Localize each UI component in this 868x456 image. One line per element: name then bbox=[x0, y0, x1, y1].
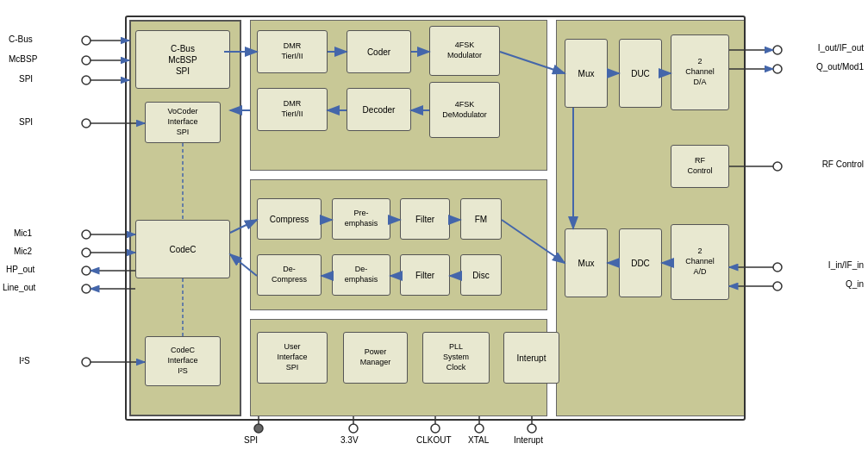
svg-point-36 bbox=[349, 424, 358, 433]
label-spi-top: SPI bbox=[19, 74, 33, 84]
svg-point-22 bbox=[82, 358, 91, 366]
svg-point-10 bbox=[82, 76, 91, 84]
block-ddc: DDC bbox=[619, 228, 662, 297]
block-disc: Disc bbox=[460, 254, 502, 296]
block-codec: CodeC bbox=[135, 220, 230, 278]
block-user-interface: UserInterfaceSPI bbox=[257, 332, 328, 384]
label-mic2: Mic2 bbox=[14, 247, 32, 256]
svg-point-6 bbox=[82, 36, 91, 45]
block-compress: Compress bbox=[257, 198, 322, 240]
block-pre-emphasis: Pre-emphasis bbox=[332, 198, 390, 240]
block-fm: FM bbox=[460, 198, 502, 240]
svg-point-40 bbox=[475, 424, 484, 433]
block-vocoder: VoCoderInterfaceSPI bbox=[145, 102, 221, 143]
block-coder: Coder bbox=[347, 30, 411, 73]
svg-point-32 bbox=[773, 282, 782, 290]
block-2ch-ad: 2ChannelA/D bbox=[671, 224, 729, 300]
svg-point-28 bbox=[773, 162, 782, 171]
block-cbus: C-Bus McBSP SPI bbox=[135, 30, 230, 89]
block-interrupt-block: Interupt bbox=[503, 332, 559, 384]
diagram-container: C-Bus McBSP SPI VoCoderInterfaceSPI Code… bbox=[0, 0, 868, 456]
svg-point-18 bbox=[82, 266, 91, 275]
svg-point-34 bbox=[254, 424, 263, 433]
block-de-emphasis: De-emphasis bbox=[332, 254, 390, 296]
block-4fsk-mod: 4FSKModulator bbox=[429, 26, 500, 76]
svg-point-16 bbox=[82, 248, 91, 257]
block-2ch-da: 2ChannelD/A bbox=[671, 34, 729, 110]
svg-point-30 bbox=[773, 263, 782, 272]
svg-point-8 bbox=[82, 56, 91, 65]
svg-point-14 bbox=[82, 230, 91, 239]
svg-point-26 bbox=[773, 65, 782, 73]
svg-point-38 bbox=[431, 424, 440, 433]
block-power-manager: PowerManager bbox=[343, 332, 408, 384]
label-hp-out: HP_out bbox=[6, 265, 34, 274]
svg-point-20 bbox=[82, 284, 91, 293]
block-decoder: Decoder bbox=[347, 88, 411, 131]
label-clkout: CLKOUT bbox=[416, 435, 452, 445]
label-i-out: I_out/IF_out bbox=[818, 43, 864, 53]
block-decompress: De-Compress bbox=[257, 254, 322, 296]
label-q-out: Q_out/Mod1 bbox=[816, 62, 864, 72]
block-4fsk-demod: 4FSKDeModulator bbox=[429, 82, 500, 138]
block-mux-top: Mux bbox=[565, 39, 608, 108]
label-i-in: I_in/IF_in bbox=[828, 260, 864, 270]
label-rf-control-right: RF Control bbox=[822, 159, 864, 169]
block-codec-interface: CodeCInterfaceI²S bbox=[145, 336, 221, 386]
label-3v3: 3.3V bbox=[340, 435, 359, 445]
label-spi-mid: SPI bbox=[19, 117, 33, 127]
label-i2s: I²S bbox=[19, 356, 30, 365]
label-cbus: C-Bus bbox=[9, 34, 33, 44]
block-dmr-bottom: DMRTierI/II bbox=[257, 88, 328, 131]
block-dmr-top: DMRTierI/II bbox=[257, 30, 328, 73]
label-line-out: Line_out bbox=[3, 283, 35, 292]
label-interrupt-bottom: Interupt bbox=[514, 435, 543, 445]
label-mic1: Mic1 bbox=[14, 228, 32, 238]
block-duc: DUC bbox=[619, 39, 662, 108]
label-xtal: XTAL bbox=[468, 435, 489, 445]
block-filter-top: Filter bbox=[400, 198, 450, 240]
svg-point-24 bbox=[773, 46, 782, 54]
block-rf-control: RFControl bbox=[671, 145, 729, 188]
label-mcbsp: McBSP bbox=[9, 54, 37, 64]
svg-point-42 bbox=[528, 424, 536, 433]
block-filter-bottom: Filter bbox=[400, 254, 450, 296]
block-pll: PLLSystemClock bbox=[422, 332, 490, 384]
label-q-in: Q_in bbox=[846, 279, 864, 289]
svg-point-12 bbox=[82, 119, 91, 128]
block-mux-bottom: Mux bbox=[565, 228, 608, 297]
label-spi-bottom: SPI bbox=[244, 435, 258, 445]
